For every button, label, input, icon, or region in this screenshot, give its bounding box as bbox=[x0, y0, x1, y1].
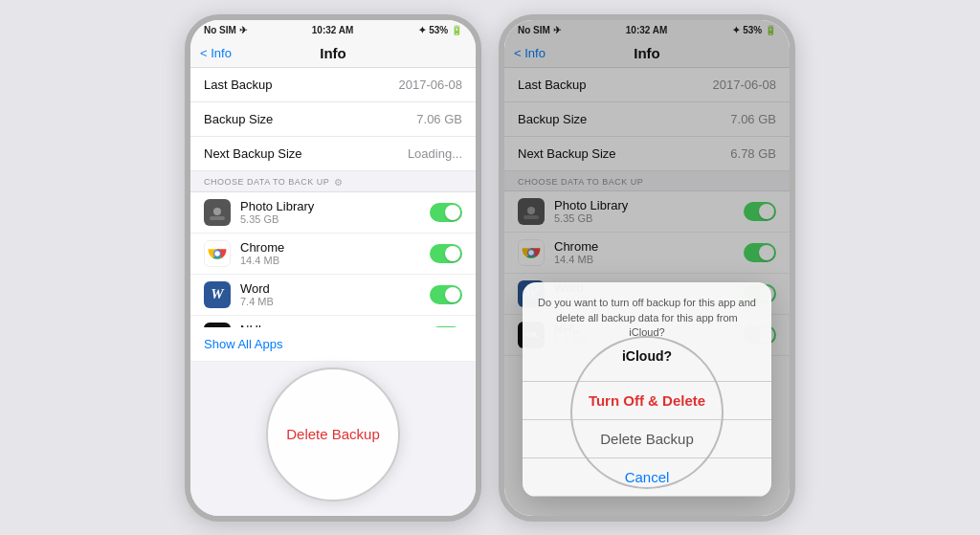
show-all-link[interactable]: Show All Apps bbox=[190, 327, 476, 362]
svg-point-6 bbox=[214, 251, 220, 256]
dialog-button-gray[interactable]: Delete Backup bbox=[523, 420, 771, 458]
dialog-actions: Turn Off & DeleteDelete BackupCancel bbox=[523, 381, 771, 497]
svg-point-1 bbox=[213, 208, 221, 215]
app-toggle[interactable] bbox=[430, 203, 462, 222]
app-icon-chrome bbox=[204, 240, 231, 267]
dialog-box: Do you want to turn off backup for this … bbox=[523, 282, 771, 496]
dialog-overlay: Do you want to turn off backup for this … bbox=[504, 20, 790, 516]
info-row-label: Last Backup bbox=[204, 78, 273, 92]
nav-back-button[interactable]: < Info bbox=[200, 46, 232, 60]
dialog-text: Do you want to turn off backup for this … bbox=[538, 296, 756, 340]
dialog-button-red[interactable]: Turn Off & Delete bbox=[523, 382, 771, 420]
app-info: Chrome 14.4 MB bbox=[240, 240, 420, 266]
app-list: Photo Library 5.35 GB Chrome 14.4 MBWWor… bbox=[190, 192, 476, 327]
dialog-body: Do you want to turn off backup for this … bbox=[523, 282, 771, 380]
app-name: Word bbox=[240, 281, 420, 296]
app-icon-photo bbox=[204, 199, 231, 226]
status-bar: No SIM ✈ 10:32 AM ✦ 53% 🔋 bbox=[190, 20, 476, 39]
carrier-text: No SIM ✈ bbox=[204, 25, 247, 35]
info-row-label: Next Backup Size bbox=[204, 146, 302, 161]
app-row: WWord 7.4 MB bbox=[190, 275, 476, 316]
section-header: CHOOSE DATA TO BACK UP ⚙ bbox=[190, 171, 476, 192]
main-container: No SIM ✈ 10:32 AM ✦ 53% 🔋< Info InfoLast… bbox=[0, 0, 980, 535]
dialog-title: iCloud? bbox=[538, 348, 756, 364]
delete-backup-button[interactable]: Delete Backup bbox=[286, 426, 380, 442]
app-size: 5.35 GB bbox=[240, 213, 420, 225]
info-row-value: Loading... bbox=[408, 146, 462, 161]
info-row-value: 7.06 GB bbox=[416, 112, 462, 126]
svg-rect-2 bbox=[210, 216, 225, 220]
app-name: Photo Library bbox=[240, 199, 420, 213]
info-row: Next Backup Size Loading... bbox=[190, 137, 476, 171]
time-text: 10:32 AM bbox=[312, 25, 354, 35]
section-header-text: CHOOSE DATA TO BACK UP bbox=[204, 177, 329, 187]
battery-text: ✦ 53% 🔋 bbox=[418, 25, 462, 35]
app-row: NHLNHL 6.7 MB bbox=[190, 316, 476, 327]
info-rows-section: Last Backup 2017-06-08Backup Size 7.06 G… bbox=[190, 68, 476, 171]
phone-1: No SIM ✈ 10:32 AM ✦ 53% 🔋< Info InfoLast… bbox=[185, 14, 481, 522]
app-size: 7.4 MB bbox=[240, 296, 420, 307]
app-toggle[interactable] bbox=[430, 244, 462, 263]
dialog-button-blue[interactable]: Cancel bbox=[523, 458, 771, 497]
app-size: 14.4 MB bbox=[240, 255, 420, 266]
info-row-value: 2017-06-08 bbox=[399, 78, 463, 92]
section-spinner: ⚙ bbox=[334, 177, 344, 188]
info-row-label: Backup Size bbox=[204, 112, 273, 126]
app-row: Chrome 14.4 MB bbox=[190, 234, 476, 275]
app-row: Photo Library 5.35 GB bbox=[190, 192, 476, 234]
app-icon-word: W bbox=[204, 281, 231, 308]
nav-title: Info bbox=[320, 45, 346, 61]
phone-2: No SIM ✈ 10:32 AM ✦ 53% 🔋< Info InfoLast… bbox=[499, 14, 795, 522]
app-info: Word 7.4 MB bbox=[240, 281, 420, 307]
app-name: Chrome bbox=[240, 240, 420, 255]
info-row: Last Backup 2017-06-08 bbox=[190, 68, 476, 102]
bottom-section: Delete Backup bbox=[190, 362, 476, 516]
app-info: Photo Library 5.35 GB bbox=[240, 199, 420, 225]
app-toggle[interactable] bbox=[430, 285, 462, 304]
delete-backup-circle: Delete Backup bbox=[266, 368, 400, 502]
nav-bar: < Info Info bbox=[190, 39, 476, 68]
info-row: Backup Size 7.06 GB bbox=[190, 102, 476, 137]
